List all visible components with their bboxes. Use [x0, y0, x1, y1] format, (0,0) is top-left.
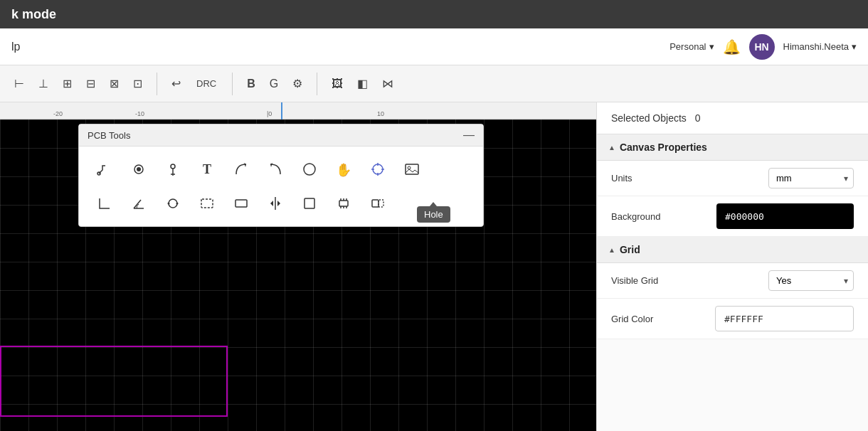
tools-row-1: T ✋ — [90, 155, 472, 183]
visible-grid-select[interactable]: Yes No — [768, 270, 854, 291]
route-tool-button[interactable] — [90, 155, 119, 183]
ruler-cursor — [281, 102, 282, 119]
select-rect-tool-button[interactable] — [193, 189, 221, 218]
ruler-mark: -10 — [135, 110, 144, 117]
avatar: HN — [749, 34, 775, 60]
svg-rect-36 — [379, 200, 383, 207]
background-row: Background — [597, 196, 868, 237]
b-button[interactable]: B — [241, 73, 261, 95]
arc-cw-tool-button[interactable] — [227, 155, 255, 183]
layers-button[interactable]: ◧ — [351, 73, 374, 95]
svg-rect-23 — [235, 200, 247, 207]
nav-bar: lp Personal ▾ 🔔 HN Himanshi.Neeta ▾ — [0, 28, 868, 65]
svg-rect-22 — [201, 199, 213, 208]
pan-tool-button[interactable]: ✋ — [329, 155, 358, 183]
right-panel: Selected Objects 0 ▲ Canvas Properties U… — [596, 102, 868, 431]
svg-point-3 — [171, 164, 175, 169]
user-dropdown-arrow: ▾ — [852, 41, 857, 52]
text-tool-button[interactable]: T — [193, 155, 221, 183]
flip-tool-button[interactable] — [261, 189, 290, 218]
units-label: Units — [611, 173, 768, 183]
svg-marker-7 — [270, 163, 272, 167]
image-button[interactable]: 🖼 — [326, 73, 349, 95]
image-tool-button[interactable] — [398, 155, 426, 183]
pcb-tools-header[interactable]: PCB Tools — — [79, 124, 483, 147]
project-name: lp — [11, 41, 20, 53]
selected-objects-count: 0 — [695, 112, 701, 124]
visible-grid-select-wrapper: Yes No — [768, 270, 854, 291]
notifications-icon[interactable]: 🔔 — [723, 38, 741, 55]
grid-color-input[interactable] — [715, 306, 854, 331]
component-tool-button[interactable] — [329, 189, 358, 218]
share-button[interactable]: ⋈ — [376, 73, 399, 95]
divider-2 — [232, 73, 233, 95]
hole-tooltip: Hole — [417, 206, 450, 223]
grid-color-label: Grid Color — [611, 314, 715, 324]
distribute-v-button[interactable]: ⊠ — [104, 73, 125, 95]
ruler-mark: 10 — [377, 110, 384, 117]
square-tool-button[interactable] — [295, 189, 324, 218]
arrange-button[interactable]: ⊡ — [127, 73, 148, 95]
canvas-area[interactable]: -20 -10 |0 10 PCB Tools — — [0, 102, 596, 431]
svg-marker-25 — [270, 201, 273, 206]
units-select[interactable]: mm inch mil — [768, 168, 854, 188]
probe-tool-button[interactable] — [159, 155, 187, 183]
svg-marker-6 — [244, 163, 246, 167]
pcb-tools-panel: PCB Tools — T — [78, 124, 484, 227]
circle-tool-button[interactable] — [295, 155, 324, 183]
svg-rect-35 — [372, 200, 379, 207]
grid-button[interactable]: ⊞ — [57, 73, 78, 95]
align-center-button[interactable]: ⊥ — [33, 73, 54, 95]
minimize-button[interactable]: — — [463, 129, 475, 142]
background-control — [716, 203, 854, 229]
svg-point-19 — [169, 199, 177, 208]
undo-button[interactable]: ↩ — [166, 73, 186, 95]
distribute-h-button[interactable]: ⊟ — [80, 73, 101, 95]
background-color-input[interactable] — [716, 203, 854, 229]
divider-3 — [317, 73, 317, 95]
svg-point-8 — [304, 164, 315, 175]
drc-button[interactable]: DRC — [189, 74, 223, 93]
svg-rect-28 — [339, 201, 348, 206]
canvas-properties-section-header[interactable]: ▲ Canvas Properties — [597, 134, 868, 161]
via-tool-button[interactable] — [125, 155, 153, 183]
pcb-rect-outline — [0, 346, 228, 417]
cut-tool-button[interactable] — [364, 189, 392, 218]
workspace-button[interactable]: Personal ▾ — [669, 41, 714, 52]
measure-tool-button[interactable] — [159, 189, 187, 218]
svg-point-21 — [176, 203, 179, 205]
toolbar: ⊢ ⊥ ⊞ ⊟ ⊠ ⊡ ↩ DRC B G ⚙ 🖼 ◧ ⋈ — [0, 65, 868, 102]
settings-button[interactable]: ⚙ — [287, 73, 308, 95]
workspace-dropdown-arrow: ▾ — [709, 41, 714, 52]
nav-right: Personal ▾ 🔔 HN Himanshi.Neeta ▾ — [669, 34, 857, 60]
avatar-initials: HN — [754, 41, 768, 53]
align-left-button[interactable]: ⊢ — [9, 73, 30, 95]
background-label: Background — [611, 211, 716, 222]
grid-color-control — [715, 306, 854, 331]
selected-objects-label: Selected Objects — [611, 112, 687, 124]
visible-grid-row: Visible Grid Yes No — [597, 263, 868, 299]
rect-tool-button[interactable] — [227, 189, 255, 218]
arc-ccw-tool-button[interactable] — [261, 155, 290, 183]
visible-grid-label: Visible Grid — [611, 275, 768, 286]
divider-1 — [157, 73, 157, 95]
svg-rect-15 — [406, 164, 418, 174]
g-button[interactable]: G — [264, 73, 284, 95]
main-area: -20 -10 |0 10 PCB Tools — — [0, 102, 868, 431]
svg-point-20 — [168, 203, 170, 205]
units-control: mm inch mil — [768, 168, 854, 188]
hole-tooltip-label: Hole — [424, 209, 443, 220]
user-menu-button[interactable]: Himanshi.Neeta ▾ — [783, 41, 857, 52]
svg-text:✋: ✋ — [336, 162, 351, 177]
corner-tool-button[interactable] — [90, 189, 119, 218]
svg-point-2 — [137, 167, 141, 171]
grid-color-row: Grid Color — [597, 299, 868, 339]
ruler-horizontal: -20 -10 |0 10 — [0, 102, 596, 119]
title-bar: k mode — [0, 0, 868, 28]
user-name: Himanshi.Neeta — [783, 41, 850, 52]
crosshair-tool-button[interactable] — [364, 155, 392, 183]
angle-tool-button[interactable] — [125, 189, 153, 218]
grid-section-header[interactable]: ▲ Grid — [597, 237, 868, 263]
grid-title: Grid — [620, 244, 640, 255]
ruler-mark: |0 — [267, 110, 272, 117]
